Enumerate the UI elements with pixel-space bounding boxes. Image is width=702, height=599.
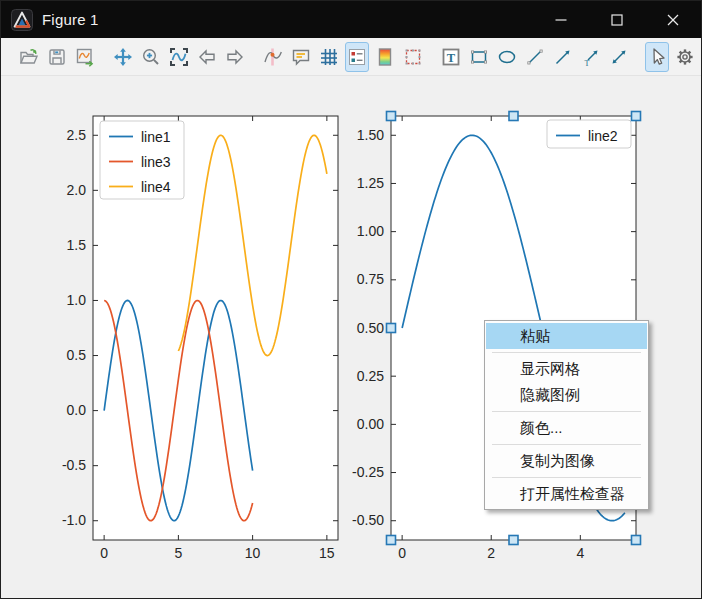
grid-button[interactable] (317, 42, 341, 72)
text-icon: T (440, 46, 462, 68)
menu-separator (492, 477, 641, 478)
maximize-button[interactable] (589, 1, 645, 38)
legend-button[interactable] (345, 42, 369, 72)
arrow-icon (552, 46, 574, 68)
svg-text:2.0: 2.0 (67, 182, 87, 198)
zoom-icon (140, 46, 162, 68)
data-cursor-icon (262, 46, 284, 68)
forward-icon (224, 46, 246, 68)
svg-text:4: 4 (576, 545, 584, 561)
line-button[interactable] (523, 42, 547, 72)
data-cursor-button[interactable] (261, 42, 285, 72)
svg-text:0: 0 (398, 545, 406, 561)
app-logo-icon (11, 9, 33, 31)
pan-button[interactable] (111, 42, 135, 72)
svg-text:T: T (447, 50, 456, 64)
svg-text:5: 5 (174, 545, 182, 561)
menu-item-hide-legend[interactable]: 隐藏图例 (486, 382, 647, 408)
settings-icon (674, 46, 696, 68)
menu-item-paste[interactable]: 粘贴 (486, 323, 647, 349)
svg-text:-1.0: -1.0 (62, 512, 86, 528)
svg-text:1.5: 1.5 (67, 237, 87, 253)
colormap-button[interactable] (373, 42, 397, 72)
window-title: Figure 1 (42, 11, 99, 28)
svg-text:0.00: 0.00 (357, 416, 384, 432)
open-button[interactable] (17, 42, 41, 72)
window-controls (533, 1, 701, 38)
double-arrow-button[interactable] (607, 42, 631, 72)
annotation-button[interactable] (289, 42, 313, 72)
text-arrow-icon: T (580, 46, 602, 68)
settings-button[interactable] (673, 42, 697, 72)
ellipse-button[interactable] (495, 42, 519, 72)
legend-label-line2: line2 (588, 128, 618, 144)
svg-text:2.5: 2.5 (67, 127, 87, 143)
line-icon (524, 46, 546, 68)
figure-canvas[interactable]: 051015-1.0-0.50.00.51.01.52.02.5line1lin… (1, 76, 701, 599)
legend-right-plot[interactable]: line2 (547, 120, 631, 148)
svg-text:2: 2 (487, 545, 495, 561)
legend-left-plot[interactable]: line1line3line4 (100, 121, 184, 199)
svg-text:1.50: 1.50 (357, 127, 384, 143)
svg-text:0: 0 (100, 545, 108, 561)
svg-text:-0.5: -0.5 (62, 457, 86, 473)
export-figure-icon (74, 46, 96, 68)
selection-handle[interactable] (387, 112, 396, 121)
legend-label-line1: line1 (141, 129, 171, 145)
back-button[interactable] (195, 42, 219, 72)
legend-label-line3: line3 (141, 154, 171, 170)
menu-separator (492, 411, 641, 412)
back-icon (196, 46, 218, 68)
selection-handle[interactable] (632, 536, 641, 545)
menu-item-open-property-inspector[interactable]: 打开属性检查器 (486, 481, 647, 507)
selection-handle[interactable] (509, 112, 518, 121)
selection-handle[interactable] (509, 536, 518, 545)
zoom-button[interactable] (139, 42, 163, 72)
legend-label-line4: line4 (141, 179, 171, 195)
menu-item-copy-as-image[interactable]: 复制为图像 (486, 448, 647, 474)
rectangle-button[interactable] (467, 42, 491, 72)
annotation-icon (290, 46, 312, 68)
svg-text:0.75: 0.75 (357, 271, 384, 287)
svg-text:10: 10 (245, 545, 261, 561)
text-arrow-button[interactable]: T (579, 42, 603, 72)
selection-handle[interactable] (632, 112, 641, 121)
grid-icon (318, 46, 340, 68)
svg-text:0.5: 0.5 (67, 347, 87, 363)
rectangle-icon (468, 46, 490, 68)
selection-handle[interactable] (387, 536, 396, 545)
arrow-button[interactable] (551, 42, 575, 72)
menu-item-color[interactable]: 颜色... (486, 415, 647, 441)
svg-text:1.00: 1.00 (357, 223, 384, 239)
open-icon (18, 46, 40, 68)
select-region-button[interactable] (401, 42, 425, 72)
menu-separator (492, 444, 641, 445)
menu-item-show-grid[interactable]: 显示网格 (486, 356, 647, 382)
colormap-icon (374, 46, 396, 68)
minimize-button[interactable] (533, 1, 589, 38)
menu-separator (492, 352, 641, 353)
figure-window: Figure 1 TT 051015-1.0-0.50.00.51.01.52.… (0, 0, 702, 599)
autoscale-button[interactable] (167, 42, 191, 72)
pan-icon (112, 46, 134, 68)
legend-icon (346, 46, 368, 68)
forward-button[interactable] (223, 42, 247, 72)
export-figure-button[interactable] (73, 42, 97, 72)
titlebar[interactable]: Figure 1 (1, 1, 701, 38)
svg-text:-0.50: -0.50 (352, 512, 384, 528)
svg-text:-0.25: -0.25 (352, 464, 384, 480)
svg-text:T: T (585, 58, 590, 67)
pointer-icon (646, 46, 668, 68)
save-button[interactable] (45, 42, 69, 72)
close-button[interactable] (645, 1, 701, 38)
context-menu: 粘贴显示网格隐藏图例颜色...复制为图像打开属性检查器 (484, 320, 649, 510)
toolbar: TT (1, 38, 701, 76)
text-button[interactable]: T (439, 42, 463, 72)
ellipse-icon (496, 46, 518, 68)
pointer-button[interactable] (645, 42, 669, 72)
left-plot[interactable]: 051015-1.0-0.50.00.51.01.52.02.5line1lin… (62, 116, 338, 561)
select-region-icon (402, 46, 424, 68)
selection-handle[interactable] (387, 324, 396, 333)
svg-text:0.25: 0.25 (357, 368, 384, 384)
svg-text:15: 15 (319, 545, 335, 561)
